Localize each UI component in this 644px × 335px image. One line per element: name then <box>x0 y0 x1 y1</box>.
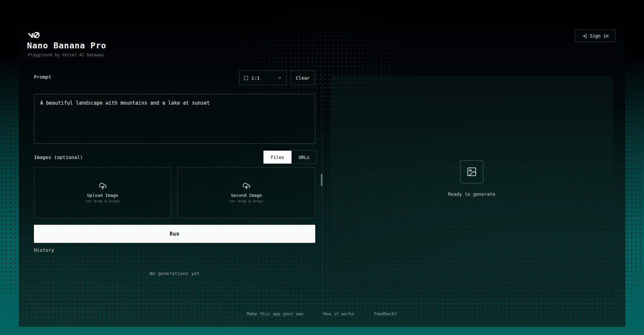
footer-link-feedback[interactable]: Feedback? <box>374 311 397 316</box>
footer-separator: · <box>312 311 315 316</box>
images-section-label: Images (optional) <box>34 155 83 160</box>
page-subtitle: Playground by Vercel AI Gateway <box>28 53 104 57</box>
prompt-input[interactable]: A beautiful landscape with mountains and… <box>34 94 315 144</box>
log-in-icon <box>582 34 587 39</box>
clear-button[interactable]: Clear <box>291 70 315 85</box>
run-button[interactable]: Run <box>34 225 315 243</box>
footer-link-make-your-own[interactable]: Make this app your own <box>247 311 303 316</box>
square-ratio-icon <box>244 76 248 80</box>
panel-resize-handle[interactable] <box>321 174 322 186</box>
upload-hint: (or drag & drop) <box>229 199 264 203</box>
upload-image-dropzone[interactable]: Upload Image (or drag & drop) <box>34 168 171 218</box>
upload-hint: (or drag & drop) <box>85 199 120 203</box>
footer-divider <box>28 303 616 304</box>
prompt-label: Prompt <box>34 74 51 80</box>
result-panel <box>331 76 613 297</box>
image-source-tabs: Files URLs <box>263 150 317 164</box>
history-label: History <box>34 247 54 253</box>
upload-title: Upload Image <box>87 193 118 198</box>
v0-logo-icon <box>28 32 40 38</box>
chevron-down-icon <box>278 76 282 80</box>
second-image-dropzone[interactable]: Second Image (or drag & drop) <box>178 168 315 218</box>
tab-urls[interactable]: URLs <box>292 151 317 164</box>
result-status-text: Ready to generate <box>406 192 538 197</box>
upload-cloud-icon <box>99 182 107 190</box>
upload-cloud-icon <box>242 182 250 190</box>
page-title: Nano Banana Pro <box>27 41 106 50</box>
tab-files[interactable]: Files <box>264 151 292 164</box>
history-empty-text: No generations yet <box>34 271 315 276</box>
sign-in-label: Sign in <box>590 33 609 39</box>
sign-in-button[interactable]: Sign in <box>575 30 616 42</box>
footer: Make this app your own · How it works · … <box>0 311 644 316</box>
footer-separator: · <box>363 311 365 316</box>
image-placeholder-icon <box>466 167 477 177</box>
result-placeholder-box <box>460 160 483 183</box>
aspect-ratio-value: 1:1 <box>251 75 260 81</box>
app-screen: Nano Banana Pro Playground by Vercel AI … <box>0 0 644 335</box>
footer-link-how-it-works[interactable]: How it works <box>323 311 354 316</box>
upload-title: Second Image <box>231 193 262 198</box>
aspect-ratio-select[interactable]: 1:1 <box>239 70 287 85</box>
